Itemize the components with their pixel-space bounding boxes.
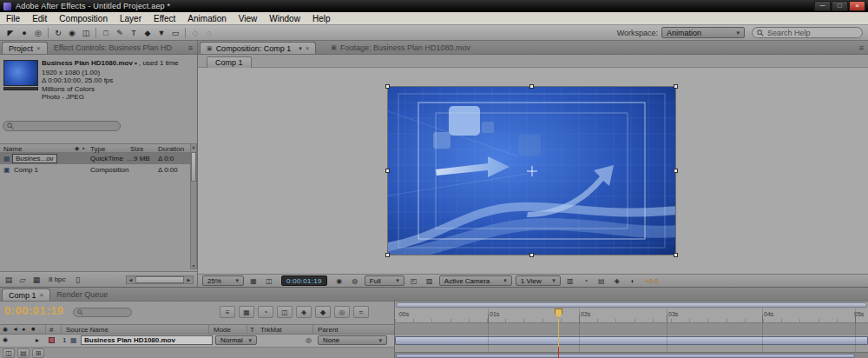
comp-flowchart-icon[interactable]: ◈ xyxy=(611,275,623,286)
layer-name[interactable]: Business Plan HD1080.mov xyxy=(81,335,213,345)
selection-handle[interactable] xyxy=(674,84,678,89)
panel-menu-icon[interactable]: ≡ xyxy=(188,43,193,52)
label-column-icon[interactable]: ◈ xyxy=(75,145,79,152)
lock-column-icon[interactable]: ■ xyxy=(31,326,35,332)
panel-menu-icon[interactable]: ≡ xyxy=(859,43,864,52)
selection-handle[interactable] xyxy=(674,253,678,257)
eraser-tool-icon[interactable]: ▭ xyxy=(168,27,182,39)
scrollbar-thumb[interactable] xyxy=(135,276,184,283)
frame-blend-icon[interactable]: ◫ xyxy=(277,306,293,318)
flag-column-icon[interactable]: ▪ xyxy=(82,145,84,151)
selection-handle[interactable] xyxy=(529,253,534,257)
expand-in-out-icon[interactable]: ⊞ xyxy=(32,348,44,358)
chevron-down-icon[interactable]: ▾ xyxy=(135,61,137,66)
scrollbar-thumb[interactable] xyxy=(396,354,855,358)
exposure-value[interactable]: +0.0 xyxy=(645,277,659,285)
scroll-right-icon[interactable]: ▶ xyxy=(185,277,193,282)
region-of-interest-icon[interactable]: ◰ xyxy=(408,275,420,286)
table-row-comp[interactable]: ▣ Comp 1 Composition Δ 0:00 xyxy=(0,164,197,176)
timeline-search-input[interactable] xyxy=(73,308,132,317)
hand-tool-icon[interactable]: ● xyxy=(17,27,31,39)
tab-close-icon[interactable]: × xyxy=(306,44,310,52)
pick-whip-icon[interactable]: ◎ xyxy=(306,336,312,344)
project-vertical-scrollbar[interactable]: ▲ ▼ xyxy=(190,143,197,269)
comp-viewer[interactable] xyxy=(198,68,868,274)
tab-render-queue[interactable]: Render Queue xyxy=(50,288,114,301)
close-button[interactable]: × xyxy=(849,1,865,11)
comp-timecode[interactable]: 0:00:01:19 xyxy=(281,275,327,286)
timeline-horizontal-scrollbar[interactable] xyxy=(395,352,868,358)
comp-navigator-chip[interactable]: Comp 1 xyxy=(207,56,252,68)
new-folder-icon[interactable]: ▱ xyxy=(17,275,28,284)
eye-icon[interactable]: ◉ xyxy=(3,336,8,343)
brush-tool-icon[interactable]: ◆ xyxy=(141,27,155,39)
transparency-grid-icon[interactable]: ▨ xyxy=(424,275,436,286)
draft-3d-icon[interactable]: ▦ xyxy=(239,306,254,318)
new-composition-icon[interactable]: ▦ xyxy=(31,275,42,284)
show-snapshot-icon[interactable]: ◍ xyxy=(349,275,361,286)
menu-animation[interactable]: Animation xyxy=(181,12,232,24)
maximize-button[interactable]: □ xyxy=(832,1,848,11)
hide-shy-layers-icon[interactable]: ◔ xyxy=(258,306,273,318)
reset-exposure-icon[interactable]: ◐ xyxy=(627,275,639,286)
timeline-button-icon[interactable]: ▤ xyxy=(595,275,608,286)
eye-column-icon[interactable]: ◉ xyxy=(3,326,8,333)
selection-handle[interactable] xyxy=(385,84,390,89)
tab-comp-timeline[interactable]: Comp 1 × xyxy=(2,288,50,301)
selection-handle[interactable] xyxy=(529,84,534,89)
audio-column-icon[interactable]: ◄ xyxy=(12,326,18,332)
chevron-down-icon[interactable]: ▾ xyxy=(294,45,302,52)
rotation-tool-icon[interactable]: ↻ xyxy=(51,27,65,39)
resolution-dropdown[interactable]: Full ▾ xyxy=(365,275,404,286)
tab-footage[interactable]: ▣ Footage: Business Plan HD1080.mov xyxy=(325,42,477,54)
clone-stamp-tool-icon[interactable]: ▼ xyxy=(155,27,168,39)
menu-view[interactable]: View xyxy=(233,12,264,24)
project-search-input[interactable] xyxy=(3,121,121,131)
time-ruler[interactable]: :00s 01s 02s 03s 04s 05s xyxy=(395,308,868,323)
work-area-bar[interactable] xyxy=(396,302,867,308)
index-column-icon[interactable]: # xyxy=(49,326,53,334)
menu-file[interactable]: File xyxy=(0,12,26,24)
comp-mini-flowchart-icon[interactable]: ≡ xyxy=(220,306,235,318)
brainstorm-icon[interactable]: ◆ xyxy=(315,306,331,318)
minimize-button[interactable]: ─ xyxy=(814,1,831,11)
pan-behind-tool-icon[interactable]: ◫ xyxy=(79,27,93,39)
camera-tool-icon[interactable]: ◉ xyxy=(65,27,79,39)
selection-tool-icon[interactable]: ◤ xyxy=(3,27,17,39)
menu-edit[interactable]: Edit xyxy=(26,12,53,24)
type-tool-icon[interactable]: T xyxy=(127,27,141,39)
column-parent[interactable]: Parent xyxy=(318,326,339,334)
scroll-up-icon[interactable]: ▲ xyxy=(191,144,196,149)
grid-options-icon[interactable]: ▦ xyxy=(247,275,260,286)
column-mode[interactable]: Mode xyxy=(214,326,231,334)
menu-composition[interactable]: Composition xyxy=(53,12,114,24)
current-time-display[interactable]: 0:00:01:19 xyxy=(4,304,64,317)
table-row-footage[interactable]: ▦ Busines...ov QuickTime …9 MB Δ 0:0 xyxy=(0,153,197,164)
snapshot-icon[interactable]: ◉ xyxy=(333,275,345,286)
menu-layer[interactable]: Layer xyxy=(114,12,148,24)
tab-effect-controls[interactable]: Effect Controls: Business Plan HD xyxy=(48,42,178,54)
selection-handle[interactable] xyxy=(674,169,678,173)
interpret-footage-icon[interactable]: ▤ xyxy=(3,275,14,284)
view-layout-dropdown[interactable]: 1 View ▾ xyxy=(516,275,561,286)
pen-tool-icon[interactable]: ✎ xyxy=(113,27,127,39)
tab-composition[interactable]: ▣ Composition: Comp 1 ▾ × xyxy=(200,42,316,54)
help-search-input[interactable]: Search Help xyxy=(752,27,863,38)
selection-handle[interactable] xyxy=(385,253,390,257)
scroll-down-icon[interactable]: ▼ xyxy=(191,263,196,268)
solo-column-icon[interactable]: ● xyxy=(22,326,25,332)
auto-keyframe-icon[interactable]: ◎ xyxy=(334,306,350,318)
comp-canvas[interactable] xyxy=(388,87,675,255)
mask-rectangle-tool-icon[interactable]: □ xyxy=(99,27,113,39)
pixel-aspect-icon[interactable]: ▥ xyxy=(564,275,576,286)
column-name[interactable]: Name xyxy=(3,145,22,153)
scrollbar-thumb[interactable] xyxy=(191,152,196,182)
selection-handle[interactable] xyxy=(385,169,390,173)
fast-preview-icon[interactable]: ◔ xyxy=(580,275,592,286)
workspace-dropdown[interactable]: Animation ▾ xyxy=(661,27,745,38)
thumbnail-scrub-bar[interactable] xyxy=(3,87,38,90)
trash-icon[interactable]: ▯ xyxy=(73,275,83,284)
expand-layer-switches-icon[interactable]: ◫ xyxy=(3,348,15,358)
scroll-left-icon[interactable]: ◀ xyxy=(127,277,135,282)
blend-mode-dropdown[interactable]: Normal ▾ xyxy=(215,335,257,345)
